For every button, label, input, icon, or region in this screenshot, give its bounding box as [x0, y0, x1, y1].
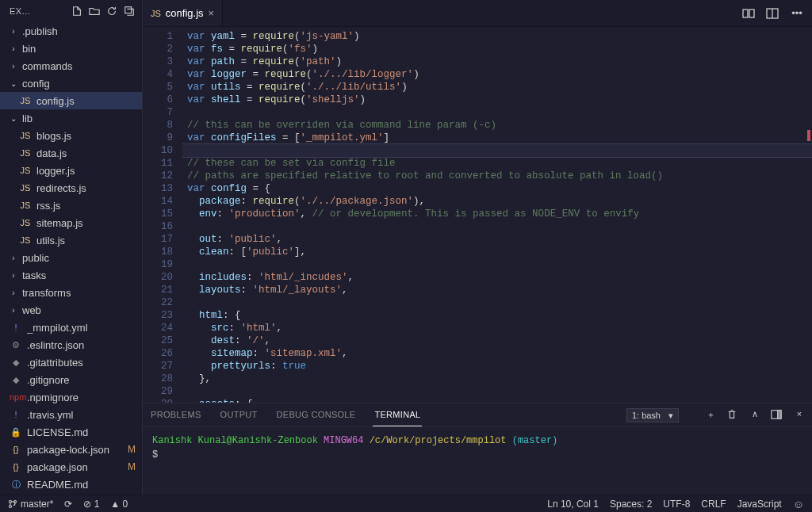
file-license-md[interactable]: 🔒LICENSE.md [0, 423, 142, 441]
file--travis-yml[interactable]: !.travis.yml [0, 406, 142, 423]
code-line[interactable] [182, 144, 812, 157]
file-tree[interactable]: ›.publish›bin›commands⌄configJSconfig.js… [0, 22, 142, 495]
code-line[interactable]: html: { [182, 309, 812, 322]
toggle-panel-icon[interactable] [771, 409, 783, 421]
code-line[interactable]: layouts: 'html/_layouts', [182, 284, 812, 296]
code-editor[interactable]: 1234567891011121314151617181920212223242… [143, 27, 812, 403]
code-line[interactable]: includes: 'html/_incudes', [182, 271, 812, 284]
file-package-json[interactable]: {}package.jsonM [0, 458, 142, 476]
code-line[interactable]: var logger = require('./../lib/logger') [182, 68, 812, 81]
tree-item-label: .gitignore [27, 374, 136, 386]
code-line[interactable]: src: 'html', [182, 322, 812, 334]
panel-tab-output[interactable]: OUTPUT [219, 403, 259, 426]
collapse-all-icon[interactable] [123, 5, 136, 17]
code-content[interactable]: var yaml = require('js-yaml')var fs = re… [182, 27, 812, 403]
file-redirects-js[interactable]: JSredirects.js [0, 179, 142, 197]
refresh-icon[interactable] [105, 5, 118, 17]
tree-item-label: README.md [27, 479, 136, 491]
code-line[interactable]: var config = { [182, 182, 812, 195]
maximize-panel-icon[interactable]: ∧ [749, 409, 761, 421]
js-file-icon: JS [19, 96, 32, 105]
status-sync[interactable]: ⟳ [64, 499, 72, 510]
status-lncol[interactable]: Ln 10, Col 1 [547, 499, 599, 510]
git-file-icon: ◆ [10, 357, 22, 368]
code-line[interactable]: var configFiles = ['_mmpilot.yml'] [182, 132, 812, 144]
code-line[interactable] [182, 220, 812, 233]
code-line[interactable]: var shell = require('shelljs') [182, 94, 812, 106]
kill-terminal-icon[interactable] [726, 409, 739, 421]
new-folder-icon[interactable] [88, 5, 101, 17]
terminal-prompt: $ [152, 448, 802, 462]
js-file-icon: JS [19, 201, 32, 210]
file-config-js[interactable]: JSconfig.js [0, 92, 142, 109]
code-line[interactable]: dest: '/', [182, 334, 812, 347]
code-line[interactable]: // these can be set via config file [182, 157, 812, 170]
file-package-lock-json[interactable]: {}package-lock.jsonM [0, 441, 142, 458]
code-line[interactable]: assets: { [182, 398, 812, 403]
file--mmpilot-yml[interactable]: !_mmpilot.yml [0, 319, 142, 336]
code-line[interactable]: clean: ['public'], [182, 246, 812, 258]
folder-commands[interactable]: ›commands [0, 57, 142, 75]
folder-tasks[interactable]: ›tasks [0, 266, 142, 284]
status-spaces[interactable]: Spaces: 2 [610, 499, 652, 510]
code-line[interactable] [182, 385, 812, 398]
code-line[interactable] [182, 296, 812, 309]
code-line[interactable]: // this can be overriden via command lin… [182, 119, 812, 132]
file--gitattributes[interactable]: ◆.gitattributes [0, 353, 142, 371]
file--eslintrc-json[interactable]: ⚙.eslintrc.json [0, 336, 142, 353]
file-logger-js[interactable]: JSlogger.js [0, 162, 142, 179]
file-rss-js[interactable]: JSrss.js [0, 197, 142, 214]
folder--publish[interactable]: ›.publish [0, 22, 142, 40]
code-line[interactable]: out: 'public', [182, 233, 812, 246]
code-line[interactable]: package: require('./../package.json'), [182, 195, 812, 208]
file-blogs-js[interactable]: JSblogs.js [0, 127, 142, 144]
folder-web[interactable]: ›web [0, 301, 142, 319]
code-line[interactable]: var fs = require('fs') [182, 43, 812, 55]
tree-item-label: package.json [27, 461, 120, 473]
file-readme-md[interactable]: ⓘREADME.md [0, 476, 142, 493]
file-data-js[interactable]: JSdata.js [0, 144, 142, 162]
panel-tab-terminal[interactable]: TERMINAL [373, 403, 422, 426]
status-encoding[interactable]: UTF-8 [663, 499, 690, 510]
tab-config-js[interactable]: JS config.js × [143, 0, 223, 26]
new-file-icon[interactable] [71, 5, 83, 17]
panel-tab-problems[interactable]: PROBLEMS [149, 403, 203, 426]
folder-config[interactable]: ⌄config [0, 75, 142, 92]
folder-lib[interactable]: ⌄lib [0, 109, 142, 127]
folder-transforms[interactable]: ›transforms [0, 284, 142, 301]
folder-public[interactable]: ›public [0, 249, 142, 266]
code-line[interactable] [182, 106, 812, 119]
js-file-icon: JS [19, 148, 32, 158]
file-sitemap-js[interactable]: JSsitemap.js [0, 214, 142, 231]
split-editor-icon[interactable] [766, 7, 780, 20]
file-utils-js[interactable]: JSutils.js [0, 231, 142, 249]
code-line[interactable]: // paths are specified relative to root … [182, 170, 812, 182]
code-line[interactable]: env: 'production', // or development. Th… [182, 208, 812, 220]
code-line[interactable]: prettyurls: true [182, 360, 812, 373]
code-line[interactable]: var yaml = require('js-yaml') [182, 30, 812, 43]
file--gitignore[interactable]: ◆.gitignore [0, 371, 142, 388]
code-line[interactable]: }, [182, 373, 812, 385]
terminal-shell-select[interactable]: 1: bash ▾ [626, 408, 679, 422]
code-line[interactable]: var path = require('path') [182, 55, 812, 68]
code-line[interactable]: var utils = require('./../lib/utils') [182, 81, 812, 94]
panel-tab-debug-console[interactable]: DEBUG CONSOLE [275, 403, 358, 426]
status-branch[interactable]: master* [8, 499, 53, 510]
tree-item-label: data.js [36, 147, 136, 159]
status-eol[interactable]: CRLF [701, 499, 726, 510]
close-tab-icon[interactable]: × [209, 7, 215, 19]
code-line[interactable] [182, 258, 812, 271]
file--npmignore[interactable]: npm.npmignore [0, 388, 142, 406]
status-language[interactable]: JavaScript [737, 499, 782, 510]
terminal[interactable]: Kanishk Kunal@Kanishk-Zenbook MINGW64 /c… [143, 427, 812, 495]
new-terminal-icon[interactable]: ＋ [704, 409, 717, 421]
status-warnings[interactable]: ▲ 0 [110, 499, 128, 510]
status-errors[interactable]: ⊘ 1 [83, 499, 99, 510]
code-line[interactable]: sitemap: 'sitemap.xml', [182, 347, 812, 360]
tree-item-label: web [22, 304, 136, 316]
close-panel-icon[interactable]: × [793, 409, 806, 421]
folder-bin[interactable]: ›bin [0, 40, 142, 57]
compare-changes-icon[interactable] [742, 7, 756, 20]
feedback-icon[interactable]: ☺ [793, 498, 804, 510]
more-actions-icon[interactable]: ••• [790, 7, 804, 20]
